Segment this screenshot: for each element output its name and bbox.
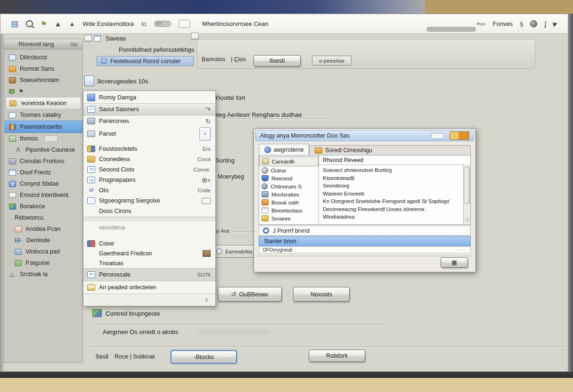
window-right-border — [568, 14, 573, 372]
menu-footer[interactable]: 9 — [83, 294, 215, 306]
dialog-small-row[interactable]: DFOorygrwub ······· — [259, 247, 471, 253]
sidebar-item[interactable]: 'eoretrxta Keaoon — [6, 97, 81, 109]
detail-item[interactable]: Wariesn Erooeeb — [323, 190, 462, 198]
menu-item[interactable]: Coixe — [83, 238, 215, 248]
dialog-option-row[interactable]: J Prorrrf brvrrd — [259, 226, 471, 236]
scrollbar[interactable] — [463, 164, 470, 224]
radio-row[interactable]: Earrewlofes — [213, 245, 257, 258]
status-strip — [0, 372, 573, 378]
sidebar-item-selected[interactable]: Parerooricoartts — [4, 121, 82, 133]
sidebar-item[interactable]: thonoo — [4, 133, 82, 144]
menu-item-hovered[interactable]: PiPeroroxcaleSU76 — [83, 268, 215, 281]
detail-item[interactable]: Decirneeacng Firesekerdf Uoves ööreerox … — [323, 205, 462, 213]
menu-item-highlighted[interactable]: C+Saoul Saioners↷ — [83, 103, 215, 115]
upload-icon[interactable]: ▲ — [55, 20, 62, 27]
detail-item[interactable]: Soeoecl shnieorutxei Burtiirg — [323, 166, 462, 174]
minimize-button[interactable] — [431, 133, 444, 139]
sidebar-item[interactable]: Dlilrcltocot — [4, 52, 82, 63]
save-document-icon[interactable]: ▤ — [11, 19, 18, 29]
menu-item[interactable]: Parierorxes↻ — [83, 115, 215, 127]
tab-inactive[interactable]: Süredl Cirreoshigu — [309, 145, 471, 155]
next-button[interactable]: Noxoots — [293, 287, 350, 302]
menu-item[interactable]: Tnoatoas — [83, 258, 215, 268]
tab-active[interactable]: awgrrcterne — [259, 144, 309, 155]
dialog-grid-button[interactable]: ▦ — [441, 257, 468, 268]
rvs-label[interactable]: Rvs› — [477, 22, 486, 26]
category-item[interactable]: Reereod — [259, 174, 319, 182]
sidebar-item[interactable]: Boralorce — [4, 201, 82, 212]
sidebar-item[interactable]: Conulas Frorluss — [4, 155, 82, 167]
menu-item[interactable]: Gaertheard Fredcon — [83, 248, 215, 258]
fonves-label[interactable]: Fonves — [492, 20, 513, 27]
sidebar-item[interactable]: △.Srcttoak la — [4, 269, 82, 280]
window-titlebar[interactable] — [0, 0, 425, 14]
category-item[interactable]: Moolsrakes — [259, 190, 319, 198]
detail-item[interactable]: Windiaiadrea — [323, 213, 462, 221]
sidebar-item[interactable]: Virdocca pad — [4, 246, 82, 257]
install-button[interactable]: Iloestl — [254, 55, 301, 66]
sidebar-header[interactable]: Rtoreostt tang Gtz — [4, 39, 82, 49]
sidebar-item[interactable]: Anotlea Pcan — [4, 223, 82, 235]
menu-item[interactable]: CoonedlessCroot — [83, 154, 215, 164]
secondary-button[interactable]: o peesrtxe — [312, 56, 352, 65]
menu-item[interactable]: Doos Cirons — [83, 206, 215, 216]
menu-item[interactable]: 76Seoond CiotxConve. — [83, 164, 215, 175]
collapsed-slider[interactable] — [426, 27, 476, 32]
triangle-icon[interactable]: ▲ — [69, 21, 75, 27]
styles-icon[interactable]: § — [520, 21, 523, 27]
menu-item[interactable]: Romiy Damga — [83, 92, 215, 103]
menu-item[interactable]: ɑfOtoCride — [83, 185, 215, 196]
tool-icon[interactable]: ʄ — [544, 21, 546, 27]
sidebar-item[interactable]: Toornes cataliry — [4, 109, 82, 121]
sidebar-item[interactable]: Ooof Freotz — [4, 167, 82, 178]
text-icon: EE — [15, 237, 23, 244]
sidebar-item[interactable]: EEDemlode — [4, 235, 82, 246]
flag-icon[interactable]: ⚑ — [41, 20, 47, 28]
close-button[interactable] — [450, 131, 469, 140]
window-mini-icon[interactable] — [191, 33, 199, 40]
sidebar-item[interactable]: Ridoetorcu. — [4, 212, 82, 223]
checkbox-icon[interactable] — [84, 35, 92, 42]
category-item[interactable]: Binoetsotass — [259, 206, 319, 214]
side-button[interactable]: Rotidsrk — [309, 350, 365, 362]
menu-item[interactable]: ∕Stgoeognirng Siergolxe — [83, 196, 215, 206]
globe-icon[interactable] — [530, 20, 537, 27]
menu-item[interactable]: Parset⇣ — [83, 127, 215, 141]
sidebar-item[interactable]: ΛPipontive Counese — [4, 144, 82, 155]
category-item[interactable]: Chtirxeues S — [259, 182, 319, 190]
refresh-button[interactable]: ↺ OuBBeswv — [218, 287, 282, 302]
detail-item[interactable]: Kn Oongrerd Srsetxishe Forngond agedi St… — [323, 197, 462, 205]
default-action-button[interactable]: -Btoctio — [171, 351, 237, 363]
dialog-selected-row[interactable]: Stanter bnon — [259, 236, 471, 246]
page-document-icon[interactable] — [84, 75, 94, 86]
dialog-titlebar[interactable]: Alogy anya Morronciolter Doo Sas — [255, 130, 474, 141]
category-item[interactable]: Sroaree — [259, 214, 319, 222]
general-icon — [262, 158, 269, 164]
refresh-icon: C+ — [87, 106, 95, 113]
scrollbar-thumb[interactable] — [464, 167, 470, 204]
toolbar-search-text[interactable]: Wde Eostavnottixa — [82, 20, 133, 27]
toolbar-slider[interactable] — [154, 21, 171, 27]
book-icon — [9, 66, 16, 72]
search-icon[interactable] — [26, 20, 33, 27]
settings-dialog: Alogy anya Morronciolter Doo Sas awgrrct… — [254, 128, 476, 272]
menu-item[interactable]: LgProginepaters⊞+ — [83, 175, 215, 185]
category-item-selected[interactable]: Careardb — [259, 156, 319, 166]
sidebar-tree-toggle-row[interactable]: ⚑ — [4, 86, 82, 97]
category-item[interactable]: Boouk oath — [259, 198, 319, 206]
send-arrow-icon[interactable] — [553, 21, 558, 26]
sidebar-item[interactable]: Romrat Sans — [4, 63, 82, 74]
detail-item[interactable]: Ktseototeadtl — [323, 174, 462, 182]
scrollbar-button[interactable] — [466, 218, 469, 221]
toolbar-preview-box[interactable] — [179, 20, 190, 28]
selected-option-row[interactable]: Festebuood Ronrd corruler — [97, 56, 194, 66]
sidebar-item[interactable]: P.teguioe — [4, 257, 82, 269]
sphere-icon — [264, 147, 271, 153]
menu-item[interactable]: An peaded orilecteten — [83, 281, 215, 294]
category-item[interactable]: Outrar — [259, 166, 319, 174]
menu-item[interactable]: FoustoocletetsErs — [83, 144, 215, 154]
sidebar-item[interactable]: Erosicd Intertlivent. — [4, 189, 82, 201]
sidebar-item[interactable]: Sowuehrcntam — [4, 74, 82, 86]
sidebar-item[interactable]: ZConynd Sbdae — [4, 178, 82, 189]
detail-item[interactable]: Seondoorg — [323, 182, 462, 190]
